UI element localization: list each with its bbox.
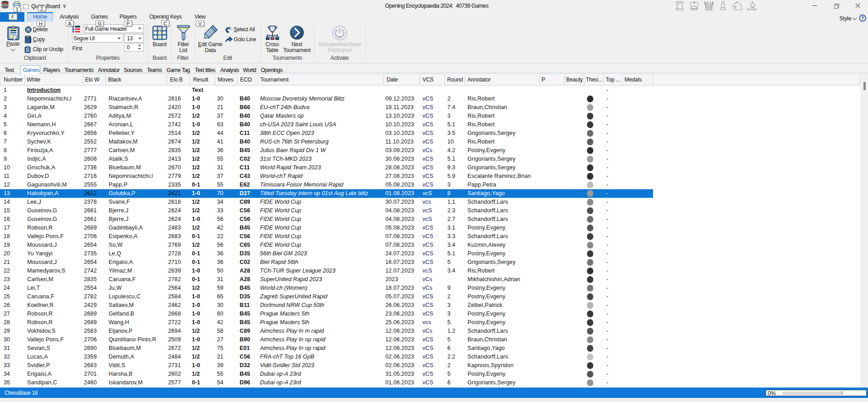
- svg-text:?: ?: [861, 15, 864, 20]
